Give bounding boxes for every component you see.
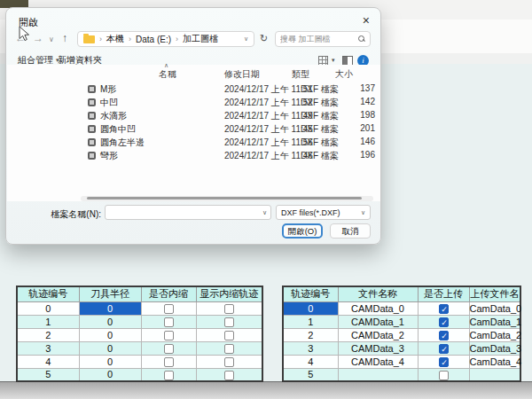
track-id-cell[interactable]: 2	[17, 328, 79, 341]
upload-checkbox[interactable]	[439, 344, 449, 354]
shrink-checkbox[interactable]	[164, 331, 174, 340]
tool-radius-cell[interactable]: 0	[79, 301, 141, 315]
track-id-cell[interactable]: 4	[17, 355, 79, 368]
tool-radius-cell[interactable]: 0	[79, 341, 141, 355]
show-shrink-checkbox[interactable]	[224, 317, 234, 327]
address-dropdown-icon[interactable]: ∨	[244, 35, 248, 43]
upload-name-cell[interactable]: CamData_3	[469, 341, 520, 355]
upload-checkbox[interactable]	[439, 371, 449, 380]
file-name-cell[interactable]: CAMData_1	[338, 315, 418, 328]
track-id-cell[interactable]: 2	[283, 328, 338, 341]
show-shrink-checkbox[interactable]	[224, 344, 234, 354]
col-upload[interactable]: 是否上传	[418, 286, 469, 301]
col-show-shrink[interactable]: 显示内缩轨迹	[196, 286, 262, 301]
show-shrink-checkbox[interactable]	[224, 304, 234, 314]
track-id-cell[interactable]: 4	[283, 355, 338, 368]
breadcrumb-item-drive[interactable]: Data (E:)	[136, 35, 171, 44]
file-size: 142	[360, 97, 375, 106]
upload-name-cell[interactable]: CamData_1	[469, 315, 520, 328]
breadcrumb[interactable]: › 本機 › Data (E:) › 加工圖檔 ∨	[77, 31, 254, 47]
view-mode-caret-icon[interactable]: ▾	[332, 57, 335, 64]
close-icon[interactable]: ×	[363, 13, 370, 27]
upload-checkbox[interactable]	[439, 304, 449, 314]
shrink-checkbox[interactable]	[164, 344, 174, 354]
upload-name-cell[interactable]: CamData_0	[469, 301, 520, 315]
track-id-cell[interactable]: 5	[283, 368, 338, 381]
file-row[interactable]: M形 2024/12/17 上午 11:51 DXF 檔案 137	[82, 82, 379, 96]
breadcrumb-separator-icon: ›	[129, 35, 131, 43]
track-id-cell[interactable]: 0	[283, 301, 338, 315]
col-file-name[interactable]: 文件名称	[338, 286, 418, 301]
file-type: DXF 檔案	[301, 123, 339, 136]
file-name-cell[interactable]: CAMData_3	[338, 341, 418, 355]
tool-radius-cell[interactable]: 0	[79, 315, 141, 328]
col-tool-radius[interactable]: 刀具半径	[79, 286, 141, 301]
file-row[interactable]: 水滴形 2024/12/17 上午 11:49 DXF 檔案 198	[82, 109, 379, 122]
column-header-date[interactable]: 修改日期	[224, 68, 260, 81]
track-id-cell[interactable]: 1	[283, 315, 338, 328]
file-row[interactable]: 彎形 2024/12/17 上午 11:46 DXF 檔案 196	[82, 149, 379, 162]
file-name-cell[interactable]	[338, 368, 418, 381]
file-row[interactable]: 圓角左半邊 2024/12/17 上午 11:56 DXF 檔案 146	[82, 136, 379, 149]
file-name-cell[interactable]: CAMData_2	[338, 328, 418, 341]
upload-name-cell[interactable]: CamData_4	[469, 355, 520, 368]
col-shrink[interactable]: 是否内缩	[141, 286, 196, 301]
tool-radius-cell[interactable]: 0	[79, 328, 141, 341]
scrollbar-thumb[interactable]	[87, 197, 362, 200]
search-box[interactable]	[275, 31, 371, 47]
show-shrink-checkbox[interactable]	[224, 331, 234, 340]
breadcrumb-item-folder[interactable]: 加工圖檔	[183, 33, 218, 45]
file-row[interactable]: 圓角中凹 2024/12/17 上午 11:45 DXF 檔案 201	[82, 122, 379, 136]
show-shrink-cell	[196, 341, 262, 355]
file-type: DXF 檔案	[301, 150, 339, 162]
file-name: 中凹	[100, 97, 118, 109]
cancel-button[interactable]: 取消	[330, 223, 371, 239]
horizontal-scrollbar[interactable]	[81, 196, 373, 201]
file-name-cell[interactable]: CAMData_0	[338, 301, 418, 315]
shrink-checkbox[interactable]	[164, 371, 174, 380]
file-type-filter[interactable]: DXF files(*.DXF) ∨	[276, 205, 371, 220]
column-header-name[interactable]: 名稱	[159, 68, 176, 81]
filename-dropdown-icon[interactable]: ∨	[262, 209, 267, 216]
shrink-checkbox[interactable]	[164, 357, 174, 367]
recent-locations-chevron-icon[interactable]: ∨	[49, 35, 54, 43]
up-icon[interactable]: ↑	[62, 32, 67, 44]
track-id-cell[interactable]: 1	[17, 315, 79, 328]
search-input[interactable]	[280, 35, 358, 43]
forward-icon[interactable]: →	[33, 32, 43, 44]
show-shrink-checkbox[interactable]	[224, 357, 234, 367]
column-header-size[interactable]: 大小	[335, 68, 353, 81]
upload-checkbox[interactable]	[439, 317, 449, 327]
mouse-cursor	[19, 26, 30, 42]
shrink-checkbox[interactable]	[164, 304, 174, 314]
upload-name-cell[interactable]: CamData_2	[469, 328, 520, 341]
column-header-type[interactable]: 類型	[292, 68, 309, 81]
shrink-checkbox[interactable]	[164, 317, 174, 327]
track-id-cell[interactable]: 3	[283, 341, 338, 355]
upload-name-cell[interactable]	[469, 368, 520, 381]
table-row: 3 CAMData_3 CamData_3	[283, 341, 520, 355]
filename-combo[interactable]: ∨	[105, 205, 271, 220]
upload-checkbox[interactable]	[439, 357, 449, 367]
filter-dropdown-icon: ∨	[361, 209, 365, 216]
filename-input[interactable]	[109, 207, 260, 217]
track-id-cell[interactable]: 5	[17, 368, 79, 381]
track-id-cell[interactable]: 3	[17, 341, 79, 355]
tool-radius-cell[interactable]: 0	[79, 368, 141, 381]
open-file-dialog: 開啟 × ← → ∨ ↑ › 本機 › Data (E:) › 加工圖檔 ∨ ↻…	[5, 7, 381, 245]
file-date: 2024/12/17 上午 11:52	[224, 97, 313, 109]
breadcrumb-item-this-pc[interactable]: 本機	[106, 33, 124, 45]
file-type: DXF 檔案	[301, 137, 339, 149]
open-button[interactable]: 開啟(O)	[282, 223, 323, 239]
col-track-id[interactable]: 轨迹编号	[283, 286, 338, 301]
col-upload-name[interactable]: 上传文件名	[469, 286, 520, 301]
file-name-cell[interactable]: CAMData_4	[338, 355, 418, 368]
col-track-id[interactable]: 轨迹编号	[17, 286, 79, 301]
dxf-file-icon	[88, 112, 96, 120]
tool-radius-cell[interactable]: 0	[79, 355, 141, 368]
file-row[interactable]: 中凹 2024/12/17 上午 11:52 DXF 檔案 142	[82, 96, 379, 109]
upload-checkbox[interactable]	[439, 331, 449, 340]
refresh-icon[interactable]: ↻	[260, 33, 268, 44]
track-id-cell[interactable]: 0	[17, 301, 79, 315]
show-shrink-checkbox[interactable]	[224, 371, 234, 380]
